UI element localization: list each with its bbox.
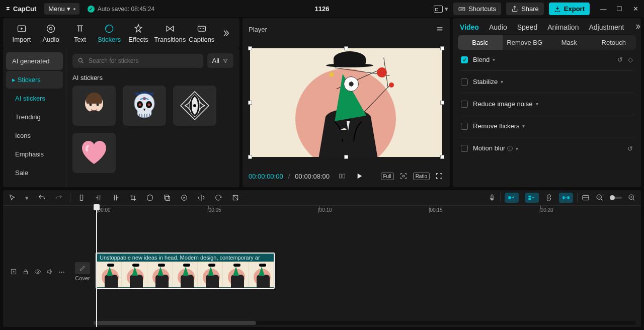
search-input[interactable]: [89, 57, 198, 64]
tab-audio[interactable]: Audio: [36, 21, 65, 46]
tab-text[interactable]: Text: [65, 21, 95, 46]
fullscreen-button[interactable]: [435, 172, 444, 180]
shortcuts-button[interactable]: Shortcuts: [453, 3, 501, 15]
category-stickers[interactable]: ▸ Stickers: [6, 71, 63, 89]
filter-all-button[interactable]: All: [207, 53, 233, 68]
mask-tool[interactable]: [146, 194, 154, 202]
video-clip[interactable]: Unstoppable new ideas in head. Modern de…: [96, 253, 275, 289]
selection-frame[interactable]: [250, 48, 442, 157]
resize-handle[interactable]: [344, 46, 348, 50]
tab-effects[interactable]: Effects: [124, 21, 153, 46]
zoom-slider[interactable]: [610, 197, 622, 199]
checkbox-icon[interactable]: [461, 56, 468, 63]
subcat-trending[interactable]: Trending: [6, 108, 63, 126]
resize-handle[interactable]: [440, 101, 444, 105]
subtab-basic[interactable]: Basic: [458, 35, 503, 50]
resize-handle[interactable]: [440, 155, 444, 159]
scan-button[interactable]: [399, 172, 408, 180]
prop-remove-flickers[interactable]: Remove flickers ▾: [460, 115, 634, 137]
magnet-button[interactable]: [559, 193, 573, 203]
checkbox-icon[interactable]: [461, 145, 468, 152]
checkbox-icon[interactable]: [461, 78, 468, 86]
subcat-sale[interactable]: Sale: [6, 164, 63, 182]
mirror-tool[interactable]: [197, 194, 205, 202]
track-more-button[interactable]: ⋯: [58, 268, 66, 276]
redo-button[interactable]: [55, 194, 63, 202]
resize-handle[interactable]: [248, 101, 252, 105]
reset-icon[interactable]: ↺: [617, 56, 623, 63]
checkbox-icon[interactable]: [461, 123, 468, 130]
link-button[interactable]: [545, 194, 553, 202]
close-button[interactable]: ✕: [632, 6, 639, 13]
insp-tab-video[interactable]: Video: [460, 23, 479, 31]
freeze-tool[interactable]: [231, 194, 239, 202]
subtab-mask[interactable]: Mask: [547, 35, 592, 50]
timeline-scrollbar[interactable]: [94, 321, 636, 325]
cover-button[interactable]: Cover: [74, 262, 91, 281]
subcat-emphasis[interactable]: Emphasis: [6, 145, 63, 163]
split-left-tool[interactable]: [95, 194, 103, 202]
subcat-thanksgiving[interactable]: Thanksgiving: [6, 183, 63, 187]
info-icon[interactable]: ⓘ: [507, 145, 513, 151]
prop-reduce-noise[interactable]: Reduce image noise ▾: [460, 93, 634, 115]
full-badge[interactable]: Full: [381, 173, 394, 180]
resize-handle[interactable]: [248, 46, 252, 50]
lock-button[interactable]: [22, 268, 29, 275]
tab-stickers[interactable]: Stickers: [95, 21, 124, 46]
tab-transitions[interactable]: Transitions: [153, 21, 187, 46]
duplicate-tool[interactable]: [163, 194, 171, 202]
subtab-retouch[interactable]: Retouch: [592, 35, 636, 50]
tab-captions[interactable]: Captions: [187, 21, 216, 46]
sticker-item[interactable]: [173, 86, 216, 126]
subcat-icons[interactable]: Icons: [6, 127, 63, 144]
mic-button[interactable]: [488, 194, 496, 202]
playhead[interactable]: [96, 205, 97, 327]
split-tool[interactable]: [77, 194, 86, 202]
zoom-in-button[interactable]: [628, 194, 636, 202]
undo-button[interactable]: [38, 194, 46, 202]
minimize-button[interactable]: —: [600, 6, 607, 13]
sticker-item[interactable]: [72, 133, 116, 173]
pointer-dropdown[interactable]: ▾: [25, 194, 29, 202]
resize-handle[interactable]: [248, 155, 252, 159]
reset-icon[interactable]: ↺: [627, 145, 633, 152]
subtab-remove-bg[interactable]: Remove BG: [503, 35, 547, 50]
preview-toggle[interactable]: [582, 194, 590, 202]
prop-motion-blur[interactable]: Motion blurⓘ ▾ ↺: [460, 137, 634, 159]
aspect-ratio-button[interactable]: ▾: [434, 5, 448, 13]
search-input-wrap[interactable]: [72, 54, 203, 68]
timeline-tracks[interactable]: Unstoppable new ideas in head. Modern de…: [94, 216, 641, 317]
player-canvas[interactable]: [243, 40, 450, 165]
snap-main-button[interactable]: [505, 193, 519, 203]
resize-handle[interactable]: [440, 46, 444, 50]
zoom-out-button[interactable]: [596, 194, 604, 202]
insp-tab-speed[interactable]: Speed: [517, 23, 537, 31]
add-track-button[interactable]: [10, 268, 17, 275]
pointer-tool[interactable]: [8, 194, 16, 202]
export-button[interactable]: Export: [549, 3, 590, 15]
crop-tool[interactable]: [129, 194, 137, 202]
insp-tabs-more[interactable]: [634, 23, 641, 31]
resize-handle[interactable]: [344, 155, 348, 159]
menu-button[interactable]: Menu ▾: [44, 3, 79, 15]
mute-button[interactable]: [46, 268, 53, 275]
player-menu-button[interactable]: [436, 25, 444, 33]
scrollbar-thumb[interactable]: [94, 321, 256, 325]
category-ai-generated[interactable]: AI generated: [6, 52, 63, 70]
prop-blend[interactable]: Blend ▾ ↺ ◇: [460, 53, 634, 71]
reverse-tool[interactable]: [180, 194, 188, 202]
insp-tab-animation[interactable]: Animation: [547, 23, 579, 31]
sticker-item[interactable]: [72, 86, 116, 126]
split-right-tool[interactable]: [112, 194, 120, 202]
play-button[interactable]: [355, 172, 364, 180]
insp-tab-audio[interactable]: Audio: [489, 23, 507, 31]
ratio-badge[interactable]: Ratio: [413, 173, 430, 180]
subcat-ai-stickers[interactable]: AI stickers: [6, 90, 63, 107]
keyframe-icon[interactable]: ◇: [628, 56, 633, 63]
tabs-more-button[interactable]: [216, 29, 235, 38]
compare-button[interactable]: [338, 172, 347, 180]
visibility-button[interactable]: [34, 268, 41, 275]
sticker-item[interactable]: [123, 86, 166, 126]
maximize-button[interactable]: ☐: [616, 6, 623, 13]
insp-tab-adjustment[interactable]: Adjustment: [589, 23, 624, 31]
